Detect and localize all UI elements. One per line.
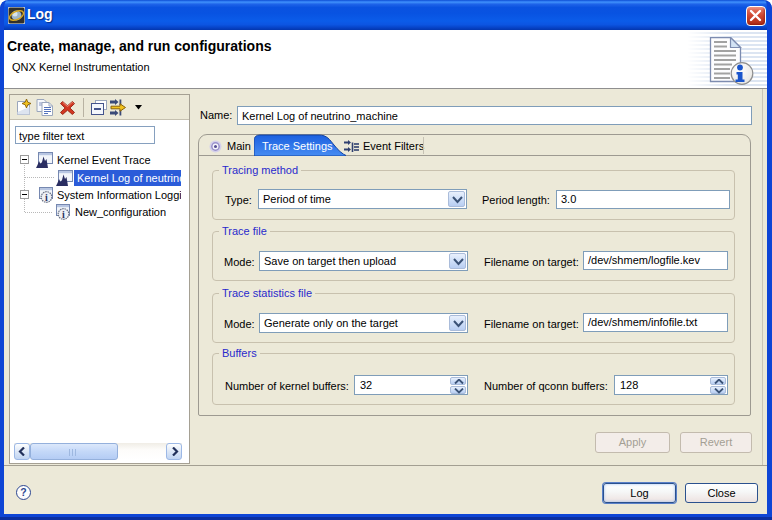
svg-text:i: i	[45, 192, 48, 203]
svg-text:i: i	[62, 209, 65, 220]
